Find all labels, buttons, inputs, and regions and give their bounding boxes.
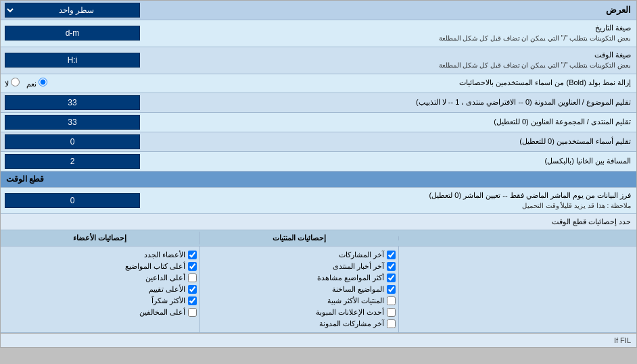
display-select[interactable]: سطر واحد سطران ثلاثة أسطر — [5, 3, 140, 18]
define-cutoff-label: حدد إحصائيات قطع الوقت — [1, 215, 636, 228]
checkbox-col3: الأعضاء الجدد أعلى كتاب المواضيع أعلى ال… — [1, 246, 199, 332]
checkbox-new-members-label: الأعضاء الجدد — [144, 251, 185, 259]
cell-spacing-label: المسافة بين الخانيا (بالبكسل) — [190, 153, 636, 169]
checkbox-top-inviters[interactable] — [188, 274, 197, 282]
checkbox-most-thankful-label: الأكثر شكراً — [151, 296, 185, 305]
checkbox-last-forum-news-label: آخر أخبار المنتدى — [333, 262, 384, 271]
trim-usernames-input[interactable] — [5, 134, 140, 149]
bold-removal-row: إزالة نمط بولد (Bold) من اسماء المستخدمي… — [1, 74, 636, 93]
time-format-input-cell — [1, 51, 190, 70]
trim-usernames-input-cell — [1, 132, 190, 151]
checkbox-last-posts-label: آخر المشاركات — [339, 251, 384, 259]
trim-subject-row: تقليم الموضوع / العناوين المدونة (0 -- ا… — [1, 93, 636, 113]
checkboxes-header: إحصائيات المنتيات إحصائيات الأعضاء — [1, 230, 636, 246]
date-format-input[interactable] — [5, 26, 140, 41]
list-item: المواضيع الساخنة — [203, 284, 396, 295]
bold-radio-group: نعم لا — [5, 78, 47, 88]
list-item: الأعلى تقييم — [3, 284, 197, 295]
checkbox-top-post-writers-label: أعلى كتاب المواضيع — [125, 262, 185, 271]
list-item: آخر مشاركات المدونة — [203, 318, 396, 330]
col1-header — [398, 236, 636, 240]
checkbox-similar-forums[interactable] — [387, 296, 396, 305]
checkbox-most-thankful[interactable] — [188, 296, 197, 305]
time-format-input[interactable] — [5, 53, 140, 68]
trim-forum-input-cell — [1, 113, 190, 132]
radio-no-label[interactable]: لا — [5, 78, 20, 88]
trim-usernames-row: تقليم أسماء المستخدمين (0 للتعطيل) — [1, 132, 636, 152]
checkbox-top-rated[interactable] — [188, 285, 197, 294]
list-item: أعلى المخالفين — [3, 307, 197, 318]
header-select-cell: سطر واحد سطران ثلاثة أسطر — [1, 1, 190, 20]
cutoff-data-row: فرز البيانات من يوم الماشر الماضي فقط --… — [1, 188, 636, 215]
checkbox-last-forum-news[interactable] — [387, 262, 396, 271]
checkbox-hot-topics-label: المواضيع الساخنة — [332, 285, 384, 294]
cutoff-section-header: قطع الوقت — [1, 172, 636, 188]
list-item: آخر أخبار المنتدى — [203, 261, 396, 272]
checkbox-last-posts[interactable] — [387, 251, 396, 259]
radio-no[interactable] — [11, 78, 20, 86]
list-item: أكثر المواضيع مشاهدة — [203, 272, 396, 284]
footer-text: If FIL — [614, 336, 631, 344]
checkbox-classified-ads[interactable] — [387, 308, 396, 317]
checkbox-blog-posts[interactable] — [387, 319, 396, 328]
checkbox-most-viewed[interactable] — [387, 274, 396, 282]
define-cutoff-row: حدد إحصائيات قطع الوقت — [1, 214, 636, 230]
checkbox-new-members[interactable] — [188, 251, 197, 259]
list-item: المنتيات الأكثر شبية — [203, 295, 396, 307]
cell-spacing-row: المسافة بين الخانيا (بالبكسل) — [1, 152, 636, 172]
radio-yes-label[interactable]: نعم — [26, 78, 47, 88]
time-format-row: صيغة الوقت بعض التكوينات يتطلب "/" التي … — [1, 47, 636, 74]
bold-removal-label: إزالة نمط بولد (Bold) من اسماء المستخدمي… — [190, 75, 636, 90]
cutoff-section-title: قطع الوقت — [6, 174, 44, 184]
checkbox-similar-forums-label: المنتيات الأكثر شبية — [327, 296, 384, 305]
list-item: أعلى كتاب المواضيع — [3, 261, 197, 272]
checkbox-col1 — [398, 246, 636, 332]
cutoff-data-input[interactable] — [5, 193, 140, 208]
checkbox-blog-posts-label: آخر مشاركات المدونة — [319, 319, 384, 328]
col2-header: إحصائيات المنتيات — [199, 232, 399, 244]
header-row: العرض سطر واحد سطران ثلاثة أسطر — [1, 1, 636, 20]
checkbox-classified-ads-label: أحدث الإعلانات المبوبة — [316, 308, 384, 317]
trim-subject-input-cell — [1, 93, 190, 112]
checkboxes-body: آخر المشاركات آخر أخبار المنتدى أكثر الم… — [1, 246, 636, 332]
date-format-row: صيغة التاريخ بعض التكوينات يتطلب "/" الت… — [1, 20, 636, 47]
cutoff-data-label: فرز البيانات من يوم الماشر الماضي فقط --… — [190, 188, 636, 214]
checkbox-most-viewed-label: أكثر المواضيع مشاهدة — [317, 274, 384, 282]
trim-forum-input[interactable] — [5, 115, 140, 130]
list-item: آخر المشاركات — [203, 249, 396, 261]
checkbox-top-post-writers[interactable] — [188, 262, 197, 271]
bold-removal-radio-cell: نعم لا — [1, 76, 190, 90]
main-container: العرض سطر واحد سطران ثلاثة أسطر صيغة الت… — [0, 0, 637, 348]
checkbox-hot-topics[interactable] — [387, 285, 396, 294]
trim-subject-label: تقليم الموضوع / العناوين المدونة (0 -- ا… — [190, 95, 636, 110]
trim-forum-label: تقليم المنتدى / المجموعة العناوين (0 للت… — [190, 114, 636, 130]
col3-header: إحصائيات الأعضاء — [1, 232, 199, 244]
page-title: العرض — [190, 1, 636, 19]
list-item: الأعضاء الجدد — [3, 249, 197, 261]
radio-yes[interactable] — [39, 78, 47, 86]
checkbox-col2: آخر المشاركات آخر أخبار المنتدى أكثر الم… — [199, 246, 399, 332]
cutoff-data-input-cell — [1, 191, 190, 210]
checkbox-top-violations[interactable] — [188, 308, 197, 317]
cell-spacing-input[interactable] — [5, 154, 140, 169]
trim-subject-input[interactable] — [5, 95, 140, 110]
cell-spacing-input-cell — [1, 152, 190, 171]
checkbox-top-violations-label: أعلى المخالفين — [139, 308, 185, 317]
checkboxes-section: إحصائيات المنتيات إحصائيات الأعضاء آخر ا… — [1, 230, 636, 333]
footer-row: If FIL — [1, 333, 636, 347]
date-format-input-cell — [1, 24, 190, 43]
trim-forum-row: تقليم المنتدى / المجموعة العناوين (0 للت… — [1, 113, 636, 132]
time-format-label: صيغة الوقت بعض التكوينات يتطلب "/" التي … — [190, 47, 636, 74]
trim-usernames-label: تقليم أسماء المستخدمين (0 للتعطيل) — [190, 134, 636, 149]
date-format-label: صيغة التاريخ بعض التكوينات يتطلب "/" الت… — [190, 20, 636, 47]
checkbox-top-inviters-label: أعلى الداعين — [145, 274, 185, 282]
list-item: أعلى الداعين — [3, 272, 197, 284]
list-item: الأكثر شكراً — [3, 295, 197, 307]
list-item: أحدث الإعلانات المبوبة — [203, 307, 396, 318]
checkbox-top-rated-label: الأعلى تقييم — [149, 285, 185, 294]
